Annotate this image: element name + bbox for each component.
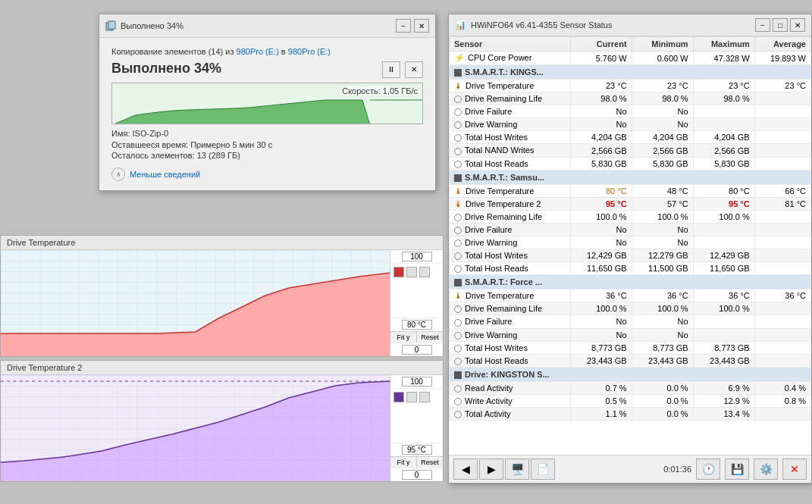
hwinfo-win-controls: − □ ✕: [755, 18, 805, 32]
col-current: Current: [570, 37, 632, 52]
graph2-color-btn2[interactable]: [419, 392, 430, 402]
col-minimum: Minimum: [632, 37, 693, 52]
clock-icon-button[interactable]: 🕐: [696, 459, 720, 480]
table-row: Total Host Writes8,773 GB8,773 GB8,773 G…: [450, 341, 811, 354]
hwinfo-toolbar: ◀ ▶ 🖥️ 📄 0:01:36 🕐 💾 ⚙️ ✕: [449, 455, 811, 483]
toolbar-nav: ◀ ▶ 🖥️ 📄: [453, 459, 555, 480]
graph-controls-1: Fit y Reset: [390, 250, 443, 356]
copy-from-text: Копирование элементов (14) из 980Pro (E:…: [111, 47, 423, 56]
graph-panel-1: Drive Temperature: [0, 235, 444, 357]
graph1-min-input[interactable]: [402, 345, 432, 355]
table-row: Total NAND Writes2,566 GB2,566 GB2,566 G…: [450, 144, 811, 157]
time-remaining: Оставшееся время: Примерно 5 мин 30 с: [111, 140, 423, 149]
graph1-color-btn1[interactable]: [406, 267, 417, 277]
table-row: Drive WarningNoNo: [450, 328, 811, 341]
graph2-color-btn1[interactable]: [406, 392, 417, 402]
table-row: Drive WarningNoNo: [450, 236, 811, 249]
settings-button[interactable]: ⚙️: [754, 459, 778, 480]
table-row: Drive FailureNoNo: [450, 105, 811, 118]
hwinfo-window: 📊 HWiNFO64 v6.41-4355 Sensor Status − □ …: [448, 14, 812, 484]
table-row: Drive Remaining Life100.0 %100.0 %100.0 …: [450, 302, 811, 315]
graph2-color-box[interactable]: [393, 392, 404, 402]
table-row: Total Host Writes12,429 GB12,279 GB12,42…: [450, 249, 811, 262]
copy-dialog-title: Выполнено 34%: [121, 21, 183, 30]
toolbar-right: 0:01:36 🕐 💾 ⚙️ ✕: [663, 459, 807, 480]
close-copy-button[interactable]: ✕: [405, 61, 423, 78]
graph1-color-box[interactable]: [393, 267, 404, 277]
section-header-row: S.M.A.R.T.: Force ...: [450, 275, 811, 290]
svg-rect-1: [108, 21, 115, 29]
graph-title-2: Drive Temperature 2: [1, 361, 443, 375]
table-row: 🌡Drive Temperature80 °C48 °C80 °C66 °C: [450, 184, 811, 197]
sensor-icon-button[interactable]: 🖥️: [505, 459, 529, 480]
section-header-row: S.M.A.R.T.: KINGS...: [450, 65, 811, 80]
hwinfo-restore[interactable]: □: [773, 18, 788, 32]
graph2-fity-button[interactable]: Fit y: [390, 457, 417, 468]
graph-canvas-2: [1, 375, 390, 481]
graph2-min-input[interactable]: [402, 470, 432, 480]
pause-button[interactable]: ⏸: [382, 61, 400, 78]
col-maximum: Maximum: [693, 37, 754, 52]
table-row: 🌡Drive Temperature 295 °C57 °C95 °C81 °C: [450, 197, 811, 210]
graph2-max-input[interactable]: [402, 377, 432, 387]
table-row: Total Host Reads23,443 GB23,443 GB23,443…: [450, 354, 811, 367]
report-button[interactable]: 📄: [531, 459, 555, 480]
table-row: Write Activity0.5 %0.0 %12.9 %0.8 %: [450, 394, 811, 407]
copy-dialog-icon: [105, 20, 116, 31]
graph-title-1: Drive Temperature: [1, 236, 443, 250]
table-row: Drive Remaining Life98.0 %98.0 %98.0 %: [450, 92, 811, 105]
section-header-row: S.M.A.R.T.: Samsu...: [450, 170, 811, 184]
hwinfo-icon: 📊: [455, 20, 466, 30]
table-row: 🌡Drive Temperature36 °C36 °C36 °C36 °C: [450, 290, 811, 302]
graph-panel-2: Drive Temperature 2: [0, 360, 444, 482]
graph1-color-btn2[interactable]: [419, 267, 430, 277]
sensor-table: Sensor Current Minimum Maximum Average ⚡…: [449, 36, 811, 455]
table-row: Drive FailureNoNo: [450, 315, 811, 328]
copy-dialog-close[interactable]: ✕: [414, 19, 429, 33]
table-row: Total Host Writes4,204 GB4,204 GB4,204 G…: [450, 131, 811, 144]
table-row: Total Host Reads5,830 GB5,830 GB5,830 GB: [450, 157, 811, 170]
graph1-fity-button[interactable]: Fit y: [390, 332, 417, 343]
table-row: 🌡Drive Temperature23 °C23 °C23 °C23 °C: [450, 80, 811, 92]
graph1-max-input[interactable]: [402, 252, 432, 261]
graph2-reset-button[interactable]: Reset: [417, 457, 443, 468]
copy-dialog-win-controls: − ✕: [396, 19, 429, 33]
table-row: ⚡CPU Core Power5.760 W0.600 W47.328 W19.…: [450, 52, 811, 65]
copy-dest-link[interactable]: 980Pro (E:): [288, 47, 331, 56]
hwinfo-minimize[interactable]: −: [755, 18, 770, 32]
section-header-row: Drive: KINGSTON S...: [450, 367, 811, 381]
graph-area: Drive Temperature: [0, 235, 444, 496]
elapsed-time: 0:01:36: [663, 465, 691, 474]
copy-source-link[interactable]: 980Pro (E:): [237, 47, 279, 56]
hwinfo-close[interactable]: ✕: [790, 18, 805, 32]
table-row: Drive FailureNoNo: [450, 223, 811, 236]
hwinfo-title: HWiNFO64 v6.41-4355 Sensor Status: [471, 20, 612, 30]
table-row: Drive Remaining Life100.0 %100.0 %100.0 …: [450, 210, 811, 223]
close-hw-button[interactable]: ✕: [782, 459, 807, 480]
table-row: Total Host Reads11,650 GB11,500 GB11,650…: [450, 262, 811, 275]
chevron-up-icon: ∧: [111, 167, 125, 181]
hwinfo-titlebar: 📊 HWiNFO64 v6.41-4355 Sensor Status − □ …: [449, 14, 811, 36]
file-name: Имя: ISO-Zip-0: [111, 129, 423, 138]
progress-title: Выполнено 34%: [111, 61, 221, 77]
nav-forward-button[interactable]: ▶: [479, 459, 503, 480]
graph-controls-2: Fit y Reset: [390, 375, 443, 481]
col-average: Average: [754, 37, 810, 52]
copy-dialog-titlebar: Выполнено 34% − ✕: [99, 14, 435, 38]
speed-label: Скорость: 1,05 ГБ/с: [342, 86, 418, 95]
table-row: Drive WarningNoNo: [450, 118, 811, 131]
copy-dialog: Выполнено 34% − ✕ Копирование элементов …: [99, 14, 436, 191]
graph-canvas-1: [1, 250, 390, 356]
items-remaining: Осталось элементов: 13 (289 ГБ): [111, 151, 423, 160]
progress-bar-container: Скорость: 1,05 ГБ/с: [111, 83, 423, 124]
nav-back-button[interactable]: ◀: [453, 459, 478, 480]
more-info-toggle[interactable]: ∧ Меньше сведений: [111, 167, 423, 181]
copy-dialog-minimize[interactable]: −: [396, 19, 411, 33]
graph1-reset-button[interactable]: Reset: [417, 332, 443, 343]
graph2-temp-input[interactable]: [402, 445, 432, 455]
save-button[interactable]: 💾: [725, 459, 749, 480]
col-sensor: Sensor: [450, 37, 571, 52]
graph1-temp-input[interactable]: [402, 320, 432, 330]
table-row: Total Activity1.1 %0.0 %13.4 %: [450, 408, 811, 421]
table-row: Read Activity0.7 %0.0 %6.9 %0.4 %: [450, 381, 811, 394]
